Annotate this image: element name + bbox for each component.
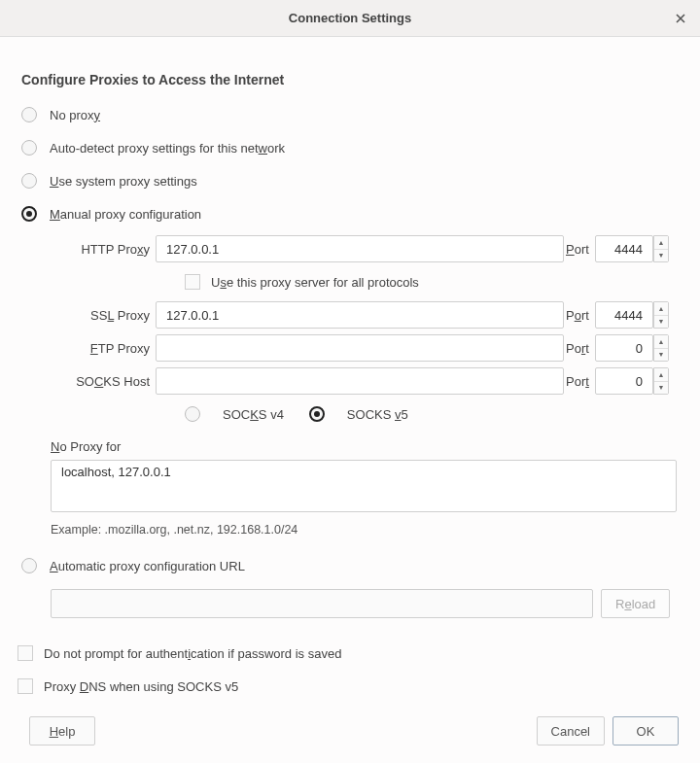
radio-label: Manual proxy configuration <box>50 207 201 222</box>
content-area: Configure Proxies to Access the Internet… <box>0 37 700 715</box>
ssl-proxy-input[interactable] <box>156 301 564 329</box>
socks-port-input[interactable] <box>595 367 653 395</box>
ftp-port-input[interactable] <box>595 334 653 362</box>
http-proxy-input[interactable] <box>156 235 564 262</box>
ftp-port-label: Port <box>566 341 595 356</box>
spinner-up-icon[interactable]: ▲ <box>654 302 668 316</box>
no-proxy-label: No Proxy for <box>51 439 121 454</box>
radio-indicator <box>21 173 37 189</box>
socks-host-input[interactable] <box>156 367 564 395</box>
dont-prompt-checkbox[interactable] <box>18 645 33 661</box>
proxy-config-area: HTTP Proxy Port ▲▼ Use this proxy server… <box>51 235 679 428</box>
spinner-down-icon[interactable]: ▼ <box>654 349 668 362</box>
spinner-down-icon[interactable]: ▼ <box>654 382 668 395</box>
auto-url-input <box>51 589 593 618</box>
spinner-up-icon[interactable]: ▲ <box>654 236 668 250</box>
use-for-all-label: Use this proxy server for all protocols <box>211 275 419 290</box>
radio-indicator <box>21 140 37 156</box>
reload-button: Reload <box>601 589 670 618</box>
radio-socks-v4[interactable] <box>185 406 200 422</box>
radio-indicator <box>21 206 37 222</box>
ssl-proxy-row: SSL Proxy Port ▲▼ <box>51 301 679 329</box>
ssl-proxy-label: SSL Proxy <box>51 308 156 323</box>
radio-indicator <box>21 107 37 122</box>
spinner-down-icon[interactable]: ▼ <box>654 316 668 329</box>
spinner-up-icon[interactable]: ▲ <box>654 368 668 382</box>
bottom-checks: Do not prompt for authentication if pass… <box>21 640 679 700</box>
socks-host-row: SOCKS Host Port ▲▼ <box>51 367 679 395</box>
http-port-input[interactable] <box>595 235 653 262</box>
radio-label: No proxy <box>50 108 100 122</box>
http-proxy-label: HTTP Proxy <box>51 242 156 257</box>
proxy-dns-checkbox[interactable] <box>18 678 33 694</box>
ftp-proxy-input[interactable] <box>156 334 564 362</box>
section-heading: Configure Proxies to Access the Internet <box>21 72 679 87</box>
ftp-port-spinner[interactable]: ▲▼ <box>653 334 669 362</box>
radio-label: Automatic proxy configuration URL <box>50 559 245 573</box>
ssl-port-spinner[interactable]: ▲▼ <box>653 301 669 329</box>
dont-prompt-row[interactable]: Do not prompt for authentication if pass… <box>18 640 679 667</box>
radio-use-system[interactable]: Use system proxy settings <box>21 167 679 194</box>
help-button[interactable]: Help <box>29 716 95 746</box>
ssl-port-input[interactable] <box>595 301 653 329</box>
spinner-up-icon[interactable]: ▲ <box>654 335 668 349</box>
radio-socks-v5[interactable] <box>309 406 325 422</box>
no-proxy-textarea[interactable]: localhost, 127.0.0.1 <box>51 460 677 512</box>
proxy-dns-label: Proxy DNS when using SOCKS v5 <box>44 679 238 694</box>
no-proxy-example: Example: .mozilla.org, .net.nz, 192.168.… <box>51 523 679 537</box>
spinner-down-icon[interactable]: ▼ <box>654 250 668 262</box>
ok-button[interactable]: OK <box>612 716 679 746</box>
radio-indicator <box>21 558 37 573</box>
no-proxy-section: No Proxy for localhost, 127.0.0.1 Exampl… <box>51 439 679 537</box>
proxy-dns-row[interactable]: Proxy DNS when using SOCKS v5 <box>18 673 679 700</box>
http-port-spinner[interactable]: ▲▼ <box>653 235 669 262</box>
radio-label: Use system proxy settings <box>50 174 197 189</box>
socks-port-spinner[interactable]: ▲▼ <box>653 367 669 395</box>
http-proxy-row: HTTP Proxy Port ▲▼ <box>51 235 679 262</box>
socks-host-label: SOCKS Host <box>51 374 156 389</box>
footer-buttons: Help Cancel OK <box>21 716 679 746</box>
titlebar: Connection Settings <box>0 0 700 37</box>
cancel-button[interactable]: Cancel <box>537 716 605 746</box>
ftp-proxy-row: FTP Proxy Port ▲▼ <box>51 334 679 362</box>
radio-auto-detect[interactable]: Auto-detect proxy settings for this netw… <box>21 134 679 161</box>
dont-prompt-label: Do not prompt for authentication if pass… <box>44 646 341 661</box>
socks-version-row: SOCKS v4 SOCKS v5 <box>185 400 679 428</box>
ssl-port-label: Port <box>566 308 595 323</box>
auto-url-row: Reload <box>51 589 679 618</box>
socks-v5-label: SOCKS v5 <box>347 407 408 422</box>
close-icon <box>675 13 686 24</box>
socks-port-label: Port <box>566 374 595 389</box>
ftp-proxy-label: FTP Proxy <box>51 341 156 356</box>
radio-no-proxy[interactable]: No proxy <box>21 101 679 128</box>
radio-auto-url[interactable]: Automatic proxy configuration URL <box>21 552 679 579</box>
use-for-all-checkbox[interactable] <box>185 274 200 290</box>
socks-v4-label: SOCKS v4 <box>223 407 284 422</box>
use-for-all-row[interactable]: Use this proxy server for all protocols <box>185 268 679 295</box>
radio-manual[interactable]: Manual proxy configuration <box>21 200 679 227</box>
close-button[interactable] <box>671 9 690 28</box>
http-port-label: Port <box>566 242 595 257</box>
radio-label: Auto-detect proxy settings for this netw… <box>50 141 285 156</box>
window-title: Connection Settings <box>289 11 411 25</box>
